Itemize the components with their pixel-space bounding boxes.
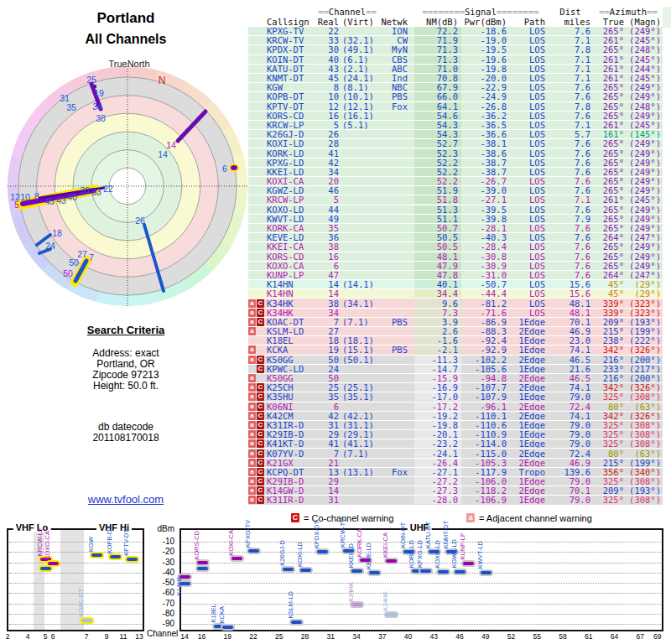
path: 1Edge — [508, 477, 547, 486]
virtual-channel: (16.1) — [339, 112, 381, 120]
warning-marker-a-slot — [248, 130, 257, 138]
radar-channel-label: 7 — [89, 252, 94, 262]
noise-margin: 52.2 — [414, 168, 461, 176]
path: 2Edge — [508, 449, 547, 458]
power: -26.8 — [461, 102, 508, 111]
group-signal: ========Signal======== — [414, 7, 547, 17]
distance: 46.9 — [547, 327, 594, 335]
dbm-tick-label: -10 — [143, 537, 174, 546]
noise-margin: 48.1 — [414, 252, 461, 261]
warning-marker-c-slot — [257, 55, 265, 64]
radar-channel-label: 8 — [34, 191, 39, 201]
azimuth-true: 265° — [594, 177, 624, 185]
callsign: KOPB-DT — [265, 92, 314, 101]
path: LOS — [508, 299, 547, 308]
radar-plot: TrueNorthN251931353438141461210854543403… — [2, 59, 250, 310]
dbm-gridline — [9, 552, 142, 553]
warning-marker-a-slot: a — [248, 496, 257, 504]
dbm-gridline — [9, 542, 142, 543]
real-channel: 34 — [314, 168, 339, 176]
warning-marker-a-slot — [248, 195, 257, 204]
azimuth-true: 215° — [594, 459, 624, 467]
adjacent-legend-text: = Adjacent channel warning — [479, 513, 592, 523]
path: LOS — [508, 177, 547, 185]
azimuth-true: 265° — [594, 224, 624, 232]
warning-marker-c-slot: C — [257, 383, 265, 392]
distance: 23.0 — [547, 336, 594, 345]
power: -30.9 — [461, 262, 508, 270]
real-channel: 47 — [314, 271, 339, 279]
callsign: KATU-DT — [265, 65, 314, 73]
distance: 7.6 — [547, 139, 594, 148]
warning-marker-c-slot: C — [257, 318, 265, 326]
adjacent-warning-badge: a — [248, 412, 256, 420]
co-channel-warning-badge: C — [257, 430, 264, 439]
real-channel: 38 — [314, 242, 339, 251]
path: LOS — [508, 205, 547, 214]
real-channel: 5 — [314, 121, 339, 129]
dbm-gridline — [9, 563, 142, 564]
azimuth-magnetic: (193°) — [624, 318, 663, 326]
power: -107.9 — [461, 392, 508, 401]
table-row: K14HN14(14.1)40.1-50.7LOS15.645°(29°) — [248, 280, 663, 289]
real-channel: 28 — [314, 139, 339, 148]
tvfool-link[interactable]: www.tvfool.com — [88, 493, 164, 506]
noise-margin: -19.8 — [414, 421, 461, 429]
path: LOS — [508, 262, 547, 270]
co-channel-warning-badge: C — [257, 309, 264, 317]
power: -39.5 — [461, 205, 508, 214]
dbm-tick-label: -30 — [143, 558, 174, 567]
callsign: KCKA — [265, 345, 314, 354]
noise-margin: 51.8 — [414, 195, 461, 204]
adjacent-warning-badge: a — [248, 430, 256, 439]
table-row: KNMT-DT45(24.1)Ind70.8-20.0LOS7.1261°(24… — [248, 74, 663, 83]
adjacent-warning-badge: a — [248, 345, 256, 354]
adjacent-warning-badge: a — [248, 309, 256, 317]
virtual-channel: (14.1) — [339, 280, 381, 288]
real-channel: 41 — [314, 149, 339, 158]
warning-marker-c-slot — [257, 27, 265, 35]
noise-margin: 50.5 — [414, 233, 461, 242]
power: -94.8 — [461, 374, 508, 382]
dbm-gridline — [182, 604, 661, 605]
distance: 79.0 — [547, 421, 594, 429]
warning-marker-c-slot — [257, 139, 265, 148]
radar-channel-label: 40 — [67, 192, 77, 202]
azimuth-true: 265° — [594, 242, 624, 251]
channel-tick-label: 67 — [637, 632, 644, 641]
co-channel-warning-badge: C — [257, 439, 264, 448]
azimuth-true: 265° — [594, 112, 624, 120]
dbm-tick-label: -20 — [143, 547, 174, 556]
warning-marker-a-slot: a — [248, 430, 257, 439]
azimuth-true: 216° — [594, 374, 624, 382]
warning-marker-c-slot — [257, 92, 265, 101]
path: LOS — [508, 130, 547, 138]
azimuth-true: 264° — [594, 233, 624, 242]
noise-margin: -24.1 — [414, 449, 461, 458]
virtual-channel: (8.1) — [339, 83, 381, 91]
warning-marker-c-slot — [257, 83, 265, 91]
group-dist: Dist — [547, 7, 594, 17]
azimuth-true: 339° — [594, 299, 624, 308]
col-pwr: Pwr(dBm) — [461, 17, 508, 27]
table-row: aKCKA19(15.1)PBS-2.1-92.91Edge74.1342°(3… — [248, 345, 663, 355]
table-row: KUNP-LP4747.8-31.0LOS7.6264°(247°) — [248, 271, 663, 280]
azimuth-true: 238° — [594, 336, 624, 345]
dbm-gridline — [9, 583, 142, 584]
callsign: KOXI-LD — [265, 139, 314, 148]
path: 1Edge — [508, 430, 547, 439]
col-netwk: Netwk — [381, 17, 414, 27]
warning-marker-a-slot — [248, 55, 257, 64]
noise-margin: -23.2 — [414, 439, 461, 448]
power: -36.5 — [461, 121, 508, 129]
distance: 7.6 — [547, 27, 594, 35]
table-row: KGWZ-LD4651.9-39.0LOS7.6265°(249°) — [248, 186, 663, 195]
distance: 46.9 — [547, 459, 594, 467]
power: -38.6 — [461, 149, 508, 158]
azimuth-true: 265° — [594, 102, 624, 111]
azimuth-magnetic: (326°) — [624, 412, 663, 420]
real-channel: 8 — [314, 83, 339, 91]
power: -50.7 — [461, 280, 508, 288]
azimuth-magnetic: (308°) — [624, 477, 663, 486]
group-channel: ==Channel== — [314, 7, 381, 17]
